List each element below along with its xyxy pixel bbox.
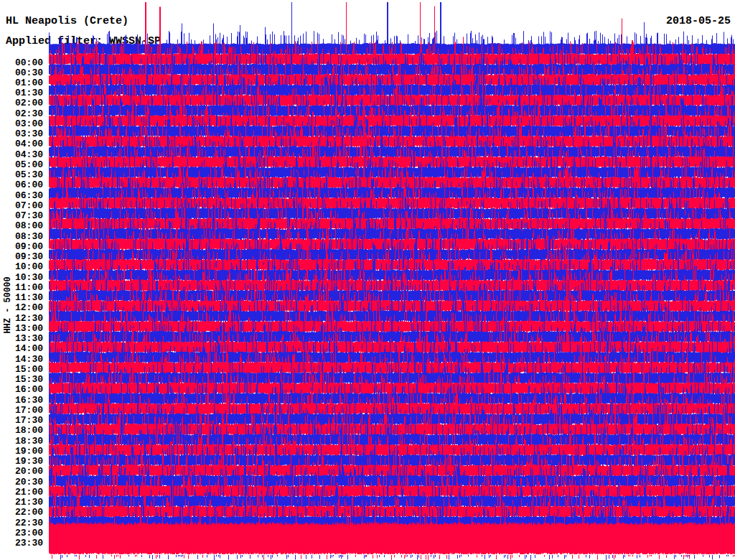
time-label: 16:30 xyxy=(0,396,43,406)
time-label: 22:00 xyxy=(0,508,43,518)
time-label: 13:30 xyxy=(0,334,43,344)
time-label: 16:00 xyxy=(0,385,43,395)
time-label: 13:00 xyxy=(0,324,43,334)
time-label: 20:30 xyxy=(0,477,43,487)
time-label: 23:00 xyxy=(0,528,43,538)
time-label: 06:00 xyxy=(0,180,43,190)
time-label: 09:30 xyxy=(0,252,43,262)
time-label: 04:30 xyxy=(0,150,43,160)
time-label: 23:30 xyxy=(0,538,43,549)
time-label: 03:30 xyxy=(0,129,43,139)
time-label: 12:30 xyxy=(0,314,43,324)
time-label: 04:00 xyxy=(0,139,43,149)
time-label: 09:00 xyxy=(0,242,43,252)
time-label: 15:30 xyxy=(0,375,43,385)
time-label: 20:00 xyxy=(0,467,43,477)
time-label: 15:00 xyxy=(0,365,43,375)
time-label: 11:30 xyxy=(0,293,43,303)
time-label: 18:00 xyxy=(0,426,43,436)
time-label: 07:00 xyxy=(0,201,43,211)
time-label: 02:30 xyxy=(0,109,43,119)
time-label: 17:00 xyxy=(0,406,43,416)
time-label: 05:00 xyxy=(0,160,43,170)
time-label: 14:00 xyxy=(0,344,43,354)
time-label: 06:30 xyxy=(0,191,43,201)
time-label: 18:30 xyxy=(0,437,43,447)
time-label: 08:00 xyxy=(0,221,43,231)
time-label: 11:00 xyxy=(0,283,43,293)
time-label: 14:30 xyxy=(0,355,43,365)
time-label: 10:00 xyxy=(0,262,43,272)
time-label: 03:00 xyxy=(0,119,43,129)
time-label: 02:00 xyxy=(0,98,43,108)
time-label: 07:30 xyxy=(0,211,43,221)
time-label: 17:30 xyxy=(0,416,43,426)
time-label: 19:30 xyxy=(0,457,43,467)
time-label: 22:30 xyxy=(0,518,43,528)
time-label: 21:30 xyxy=(0,498,43,508)
time-label: 00:30 xyxy=(0,68,43,78)
time-label: 21:00 xyxy=(0,487,43,498)
time-label: 00:00 xyxy=(0,58,43,68)
time-axis-labels: 00:0000:3001:0001:3002:0002:3003:0003:30… xyxy=(0,0,45,560)
time-label: 12:00 xyxy=(0,303,43,313)
time-label: 08:30 xyxy=(0,232,43,242)
time-label: 01:30 xyxy=(0,88,43,98)
time-label: 05:30 xyxy=(0,170,43,180)
time-label: 10:30 xyxy=(0,273,43,283)
helicorder-plot xyxy=(49,0,735,560)
time-label: 19:00 xyxy=(0,447,43,457)
time-label: 01:00 xyxy=(0,78,43,88)
